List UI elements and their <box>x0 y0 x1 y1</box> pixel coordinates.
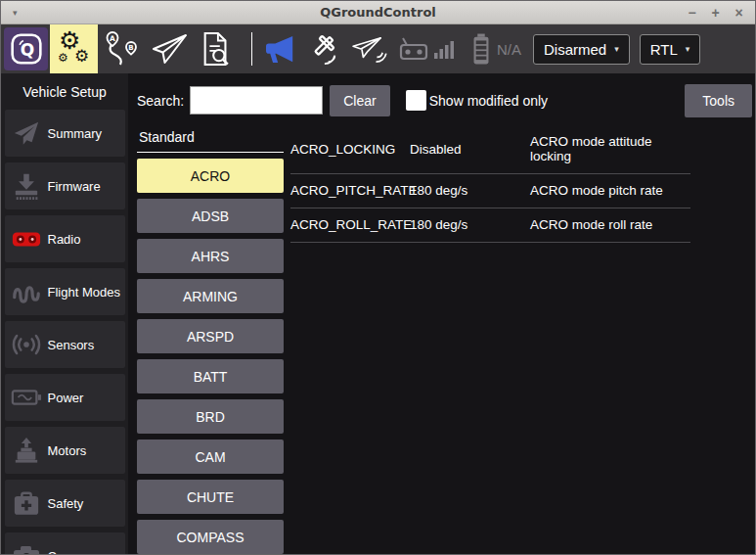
minimize-button[interactable]: − <box>685 5 699 21</box>
motor-icon <box>5 437 48 464</box>
category-list: Standard ACRO ADSB AHRS ARMING ARSPD BAT… <box>137 125 284 554</box>
battery-status-indicator[interactable]: N/A <box>470 33 521 65</box>
sidebar-item-label: Flight Modes <box>48 285 120 300</box>
param-name: ACRO_LOCKING <box>290 142 410 157</box>
search-label: Search: <box>137 93 184 109</box>
sidebar-item-radio[interactable]: Radio <box>5 215 125 262</box>
window-menu-arrow-icon[interactable]: ▾ <box>13 8 18 18</box>
category-adsb[interactable]: ADSB <box>137 199 284 233</box>
sidebar-item-label: Summary <box>48 126 103 141</box>
toolbar-separator <box>251 32 252 66</box>
vehicle-setup-view-button[interactable]: ⚙ ⚙ ⚙ <box>50 24 98 73</box>
caret-down-icon: ▾ <box>686 44 690 54</box>
close-button[interactable]: × <box>732 5 746 21</box>
flight-modes-wave-icon <box>5 279 48 304</box>
caret-down-icon: ▾ <box>614 44 619 54</box>
sidebar-item-camera[interactable]: Camera <box>5 532 125 554</box>
sidebar-item-motors[interactable]: Motors <box>5 427 125 474</box>
show-modified-checkbox[interactable] <box>406 90 426 111</box>
clear-button[interactable]: Clear <box>330 85 389 116</box>
sidebar-item-label: Camera <box>48 549 93 555</box>
battery-value-label: N/A <box>497 41 521 58</box>
search-bar: Search: Clear Show modified only Tools <box>137 84 755 116</box>
qgroundcontrol-window: QGroundControl ▾ − + × Q ⚙ ⚙ ⚙ A <box>0 0 756 555</box>
content-area: Vehicle Setup Summary <box>1 73 755 554</box>
sidebar-item-label: Motors <box>48 443 87 458</box>
maximize-button[interactable]: + <box>708 5 723 21</box>
window-title: QGroundControl <box>1 5 755 20</box>
sidebar-item-flight-modes[interactable]: Flight Modes <box>5 268 125 315</box>
sidebar-item-label: Safety <box>48 496 84 511</box>
category-ahrs[interactable]: AHRS <box>137 239 284 273</box>
flight-mode-dropdown[interactable]: RTL ▾ <box>640 34 701 65</box>
camera-icon <box>5 544 48 554</box>
radio-goggles-icon <box>5 228 48 250</box>
parameter-row[interactable]: ACRO_PITCH_RATE 180 deg/s ACRO mode pitc… <box>290 174 690 208</box>
category-chute[interactable]: CHUTE <box>137 480 284 514</box>
parameter-table: ACRO_LOCKING Disabled ACRO mode attitude… <box>290 125 690 554</box>
sidebar-item-summary[interactable]: Summary <box>5 110 125 157</box>
firmware-download-icon <box>5 172 48 200</box>
rc-status-indicator[interactable] <box>398 36 455 62</box>
sidebar-item-sensors[interactable]: Sensors <box>5 321 125 368</box>
parameter-row[interactable]: ACRO_LOCKING Disabled ACRO mode attitude… <box>290 125 690 174</box>
sidebar-item-power[interactable]: Power <box>5 374 125 421</box>
sidebar-item-label: Radio <box>48 232 81 247</box>
battery-bolt-icon <box>5 388 48 407</box>
qgc-logo-button[interactable]: Q <box>4 27 48 70</box>
audio-megaphone-icon <box>263 34 298 64</box>
battery-icon <box>470 33 492 65</box>
telemetry-plane-icon <box>349 34 388 64</box>
telemetry-status-indicator[interactable] <box>349 34 388 64</box>
sidebar-item-firmware[interactable]: Firmware <box>5 162 125 209</box>
flight-mode-label: RTL <box>650 41 678 58</box>
param-description: ACRO mode pitch rate <box>530 183 690 198</box>
param-description: ACRO mode attitude locking <box>530 134 690 163</box>
analyze-document-icon <box>200 30 233 68</box>
tools-button[interactable]: Tools <box>685 84 752 117</box>
paper-plane-icon <box>5 119 48 147</box>
fly-paper-plane-icon <box>149 31 190 67</box>
titlebar: QGroundControl ▾ − + × <box>1 1 755 24</box>
svg-text:Q: Q <box>20 40 33 60</box>
category-batt[interactable]: BATT <box>137 359 284 393</box>
category-cam[interactable]: CAM <box>137 439 284 474</box>
gps-status-indicator[interactable] <box>305 32 340 66</box>
parameter-body: Standard ACRO ADSB AHRS ARMING ARSPD BAT… <box>137 125 755 554</box>
category-brd[interactable]: BRD <box>137 399 284 434</box>
sidebar-item-label: Firmware <box>48 179 101 194</box>
sidebar-item-label: Sensors <box>48 338 95 352</box>
first-aid-kit-icon <box>5 490 48 517</box>
category-group-header[interactable]: Standard <box>137 125 284 153</box>
flight-status-label: Disarmed <box>544 41 606 58</box>
window-controls: − + × <box>685 5 755 21</box>
analyze-view-button[interactable] <box>194 27 239 70</box>
rc-signal-bars-icon <box>433 37 455 61</box>
toolbar: Q ⚙ ⚙ ⚙ A B <box>1 24 755 73</box>
sidebar-title: Vehicle Setup <box>1 84 128 100</box>
rc-controller-icon <box>398 36 429 62</box>
svg-text:A: A <box>110 34 115 43</box>
search-input[interactable] <box>190 86 323 115</box>
audio-status-indicator[interactable] <box>263 34 298 64</box>
category-acro[interactable]: ACRO <box>137 159 284 193</box>
fly-view-button[interactable] <box>147 27 192 70</box>
param-description: ACRO mode roll rate <box>530 217 690 232</box>
plan-view-button[interactable]: A B <box>100 27 145 70</box>
qgc-logo-icon: Q <box>10 32 43 66</box>
sidebar-item-safety[interactable]: Safety <box>5 480 125 527</box>
param-value: Disabled <box>410 142 530 157</box>
parameter-editor-panel: Search: Clear Show modified only Tools S… <box>128 73 755 554</box>
param-name: ACRO_ROLL_RATE <box>290 217 410 232</box>
category-arspd[interactable]: ARSPD <box>137 319 284 353</box>
parameter-row[interactable]: ACRO_ROLL_RATE 180 deg/s ACRO mode roll … <box>290 208 690 243</box>
param-value: 180 deg/s <box>410 183 530 198</box>
show-modified-label: Show modified only <box>429 93 548 109</box>
category-arming[interactable]: ARMING <box>137 279 284 313</box>
param-value: 180 deg/s <box>410 217 530 232</box>
svg-text:B: B <box>128 44 133 52</box>
category-compass[interactable]: COMPASS <box>137 520 284 554</box>
vehicle-setup-sidebar: Vehicle Setup Summary <box>1 73 128 554</box>
gear-tiny-icon: ⚙ <box>58 52 68 64</box>
flight-status-dropdown[interactable]: Disarmed ▾ <box>533 34 630 65</box>
